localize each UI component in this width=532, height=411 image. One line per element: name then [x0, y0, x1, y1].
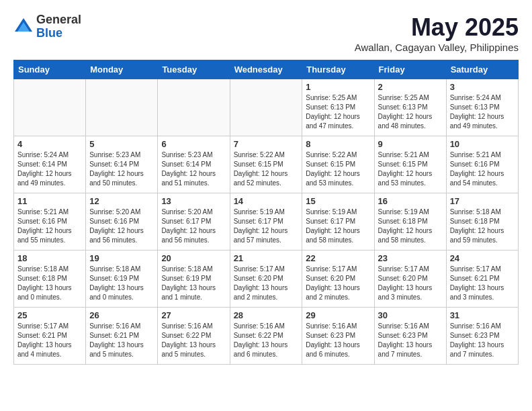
day-number: 13 [161, 196, 226, 206]
day-info: Sunrise: 5:16 AM Sunset: 6:23 PM Dayligh… [306, 322, 370, 359]
calendar-cell [230, 79, 302, 136]
calendar-cell [86, 79, 158, 136]
calendar-table: SundayMondayTuesdayWednesdayThursdayFrid… [13, 60, 519, 365]
column-header-monday: Monday [86, 60, 158, 79]
calendar-cell: 5Sunrise: 5:23 AM Sunset: 6:14 PM Daylig… [86, 136, 158, 193]
calendar-cell: 22Sunrise: 5:17 AM Sunset: 6:20 PM Dayli… [302, 250, 374, 308]
location-subtitle: Awallan, Cagayan Valley, Philippines [355, 42, 519, 53]
column-header-sunday: Sunday [14, 60, 86, 79]
day-info: Sunrise: 5:19 AM Sunset: 6:17 PM Dayligh… [234, 208, 299, 245]
day-info: Sunrise: 5:16 AM Sunset: 6:21 PM Dayligh… [89, 322, 154, 359]
day-number: 31 [450, 310, 515, 320]
month-title: May 2025 [355, 13, 519, 42]
calendar-cell: 28Sunrise: 5:16 AM Sunset: 6:22 PM Dayli… [230, 308, 302, 365]
logo-general: General [36, 13, 81, 27]
calendar-cell: 17Sunrise: 5:18 AM Sunset: 6:18 PM Dayli… [446, 193, 518, 250]
calendar-cell: 8Sunrise: 5:22 AM Sunset: 6:15 PM Daylig… [302, 136, 374, 193]
day-info: Sunrise: 5:16 AM Sunset: 6:22 PM Dayligh… [234, 322, 299, 359]
calendar-cell: 18Sunrise: 5:18 AM Sunset: 6:18 PM Dayli… [14, 250, 86, 308]
day-info: Sunrise: 5:21 AM Sunset: 6:16 PM Dayligh… [17, 208, 82, 245]
calendar-cell: 10Sunrise: 5:21 AM Sunset: 6:16 PM Dayli… [446, 136, 518, 193]
day-number: 2 [378, 82, 443, 92]
day-number: 25 [17, 310, 82, 320]
logo-blue: Blue [36, 27, 81, 40]
day-number: 18 [17, 253, 82, 263]
column-header-friday: Friday [374, 60, 446, 79]
day-info: Sunrise: 5:23 AM Sunset: 6:14 PM Dayligh… [89, 150, 154, 188]
day-info: Sunrise: 5:19 AM Sunset: 6:18 PM Dayligh… [378, 208, 443, 245]
day-info: Sunrise: 5:17 AM Sunset: 6:20 PM Dayligh… [306, 265, 370, 302]
calendar-header-row: SundayMondayTuesdayWednesdayThursdayFrid… [14, 60, 519, 79]
day-number: 22 [306, 253, 370, 263]
week-row-5: 25Sunrise: 5:17 AM Sunset: 6:21 PM Dayli… [14, 308, 519, 365]
calendar-cell: 2Sunrise: 5:25 AM Sunset: 6:13 PM Daylig… [374, 79, 446, 136]
calendar-cell: 29Sunrise: 5:16 AM Sunset: 6:23 PM Dayli… [302, 308, 374, 365]
day-info: Sunrise: 5:20 AM Sunset: 6:16 PM Dayligh… [89, 208, 154, 245]
day-info: Sunrise: 5:23 AM Sunset: 6:14 PM Dayligh… [161, 150, 226, 188]
day-info: Sunrise: 5:16 AM Sunset: 6:23 PM Dayligh… [378, 322, 443, 359]
day-number: 5 [89, 139, 154, 149]
calendar-cell: 4Sunrise: 5:24 AM Sunset: 6:14 PM Daylig… [14, 136, 86, 193]
day-number: 7 [234, 139, 299, 149]
day-info: Sunrise: 5:22 AM Sunset: 6:15 PM Dayligh… [234, 150, 299, 188]
day-number: 28 [234, 310, 299, 320]
day-number: 29 [306, 310, 370, 320]
day-number: 21 [234, 253, 299, 263]
day-number: 20 [161, 253, 226, 263]
day-info: Sunrise: 5:17 AM Sunset: 6:20 PM Dayligh… [234, 265, 299, 302]
logo-text: General Blue [36, 13, 81, 40]
day-number: 15 [306, 196, 370, 206]
calendar-cell: 19Sunrise: 5:18 AM Sunset: 6:19 PM Dayli… [86, 250, 158, 308]
day-info: Sunrise: 5:24 AM Sunset: 6:13 PM Dayligh… [450, 93, 515, 131]
day-info: Sunrise: 5:18 AM Sunset: 6:19 PM Dayligh… [161, 265, 226, 302]
calendar-cell: 13Sunrise: 5:20 AM Sunset: 6:17 PM Dayli… [158, 193, 230, 250]
day-info: Sunrise: 5:18 AM Sunset: 6:18 PM Dayligh… [450, 208, 515, 245]
day-info: Sunrise: 5:18 AM Sunset: 6:18 PM Dayligh… [17, 265, 82, 302]
title-block: May 2025 Awallan, Cagayan Valley, Philip… [355, 13, 519, 53]
week-row-1: 1Sunrise: 5:25 AM Sunset: 6:13 PM Daylig… [14, 79, 519, 136]
day-info: Sunrise: 5:22 AM Sunset: 6:15 PM Dayligh… [306, 150, 370, 188]
week-row-4: 18Sunrise: 5:18 AM Sunset: 6:18 PM Dayli… [14, 250, 519, 308]
calendar-cell: 24Sunrise: 5:17 AM Sunset: 6:21 PM Dayli… [446, 250, 518, 308]
week-row-2: 4Sunrise: 5:24 AM Sunset: 6:14 PM Daylig… [14, 136, 519, 193]
day-info: Sunrise: 5:21 AM Sunset: 6:15 PM Dayligh… [378, 150, 443, 188]
day-info: Sunrise: 5:21 AM Sunset: 6:16 PM Dayligh… [450, 150, 515, 188]
day-number: 10 [450, 139, 515, 149]
day-number: 17 [450, 196, 515, 206]
day-info: Sunrise: 5:17 AM Sunset: 6:21 PM Dayligh… [450, 265, 515, 302]
day-number: 16 [378, 196, 443, 206]
calendar-cell: 25Sunrise: 5:17 AM Sunset: 6:21 PM Dayli… [14, 308, 86, 365]
day-info: Sunrise: 5:17 AM Sunset: 6:21 PM Dayligh… [17, 322, 82, 359]
calendar-cell: 20Sunrise: 5:18 AM Sunset: 6:19 PM Dayli… [158, 250, 230, 308]
column-header-wednesday: Wednesday [230, 60, 302, 79]
day-number: 4 [17, 139, 82, 149]
calendar-cell: 21Sunrise: 5:17 AM Sunset: 6:20 PM Dayli… [230, 250, 302, 308]
calendar-cell: 9Sunrise: 5:21 AM Sunset: 6:15 PM Daylig… [374, 136, 446, 193]
day-number: 8 [306, 139, 370, 149]
day-number: 12 [89, 196, 154, 206]
calendar-cell: 1Sunrise: 5:25 AM Sunset: 6:13 PM Daylig… [302, 79, 374, 136]
day-number: 19 [89, 253, 154, 263]
day-number: 9 [378, 139, 443, 149]
day-info: Sunrise: 5:18 AM Sunset: 6:19 PM Dayligh… [89, 265, 154, 302]
day-info: Sunrise: 5:16 AM Sunset: 6:23 PM Dayligh… [450, 322, 515, 359]
logo: General Blue [13, 13, 81, 40]
day-info: Sunrise: 5:25 AM Sunset: 6:13 PM Dayligh… [378, 93, 443, 131]
page-header: General Blue May 2025 Awallan, Cagayan V… [13, 13, 519, 53]
day-number: 14 [234, 196, 299, 206]
calendar-cell [14, 79, 86, 136]
day-number: 23 [378, 253, 443, 263]
day-number: 27 [161, 310, 226, 320]
calendar-cell: 15Sunrise: 5:19 AM Sunset: 6:17 PM Dayli… [302, 193, 374, 250]
calendar-cell: 12Sunrise: 5:20 AM Sunset: 6:16 PM Dayli… [86, 193, 158, 250]
calendar-cell: 14Sunrise: 5:19 AM Sunset: 6:17 PM Dayli… [230, 193, 302, 250]
calendar-cell [158, 79, 230, 136]
week-row-3: 11Sunrise: 5:21 AM Sunset: 6:16 PM Dayli… [14, 193, 519, 250]
calendar-cell: 27Sunrise: 5:16 AM Sunset: 6:22 PM Dayli… [158, 308, 230, 365]
calendar-cell: 11Sunrise: 5:21 AM Sunset: 6:16 PM Dayli… [14, 193, 86, 250]
calendar-cell: 7Sunrise: 5:22 AM Sunset: 6:15 PM Daylig… [230, 136, 302, 193]
day-info: Sunrise: 5:19 AM Sunset: 6:17 PM Dayligh… [306, 208, 370, 245]
day-info: Sunrise: 5:16 AM Sunset: 6:22 PM Dayligh… [161, 322, 226, 359]
day-info: Sunrise: 5:25 AM Sunset: 6:13 PM Dayligh… [306, 93, 370, 131]
calendar-cell: 30Sunrise: 5:16 AM Sunset: 6:23 PM Dayli… [374, 308, 446, 365]
